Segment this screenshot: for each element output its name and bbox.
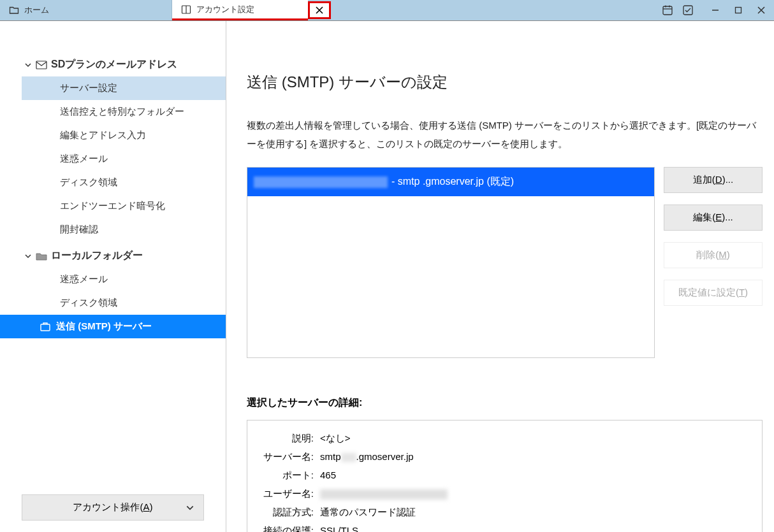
detail-auth-label: 認証方式:	[259, 507, 314, 519]
tab-close-button[interactable]	[308, 1, 331, 19]
content-pane: 送信 (SMTP) サーバーの設定 複数の差出人情報を管理している場合、使用する…	[226, 21, 774, 532]
tree-item-e2e[interactable]: エンドツーエンド暗号化	[22, 194, 226, 218]
chevron-down-icon	[24, 252, 32, 260]
server-details-box: 説明: <なし> サーバー名: smtp.gmoserver.jp ポート: 4…	[247, 420, 763, 532]
outgoing-icon	[40, 321, 51, 333]
detail-desc-label: 説明:	[259, 433, 314, 445]
detail-server-label: サーバー名:	[259, 451, 314, 463]
server-item-text: - smtp .gmoserver.jp (既定)	[391, 175, 514, 189]
edit-button[interactable]: 編集(E)...	[664, 205, 763, 231]
redacted-text	[254, 176, 388, 188]
description-text: 複数の差出人情報を管理している場合、使用する送信 (SMTP) サーバーをこのリ…	[247, 117, 763, 153]
add-button[interactable]: 追加(D)...	[664, 167, 763, 193]
svg-rect-2	[663, 6, 672, 15]
account-section-header[interactable]: SDプランのメールアドレス	[22, 53, 226, 76]
tree-item-local-junk[interactable]: 迷惑メール	[22, 268, 226, 291]
svg-rect-10	[41, 324, 50, 331]
chevron-down-icon	[24, 61, 32, 69]
chevron-down-icon	[186, 503, 194, 512]
local-folders-header[interactable]: ローカルフォルダー	[22, 244, 226, 268]
detail-sec-label: 接続の保護:	[259, 525, 314, 532]
remove-button: 削除(M)	[664, 242, 763, 268]
minimize-button[interactable]	[712, 6, 719, 14]
book-icon	[181, 4, 191, 15]
detail-port-value: 465	[320, 470, 336, 482]
set-default-button: 既定値に設定(T)	[664, 280, 763, 306]
page-title: 送信 (SMTP) サーバーの設定	[247, 72, 763, 92]
details-heading: 選択したサーバーの詳細:	[247, 396, 763, 410]
tree-item-local-disk[interactable]: ディスク領域	[22, 291, 226, 315]
svg-rect-8	[736, 8, 741, 13]
tab-settings-label: アカウント設定	[196, 4, 254, 15]
tab-home[interactable]: ホーム	[0, 0, 172, 20]
tree-item-copies-folders[interactable]: 送信控えと特別なフォルダー	[22, 100, 226, 124]
close-window-button[interactable]	[757, 6, 765, 14]
local-folders-label: ローカルフォルダー	[51, 249, 143, 262]
tree-item-receipts[interactable]: 開封確認	[22, 218, 226, 241]
titlebar-tool-icons	[662, 0, 699, 20]
smtp-label: 送信 (SMTP) サーバー	[56, 320, 152, 333]
account-operations-button[interactable]: アカウント操作(A)	[22, 494, 204, 521]
account-ops-label: アカウント操作(A)	[73, 501, 152, 514]
mail-icon	[36, 61, 47, 69]
detail-port-label: ポート:	[259, 470, 314, 482]
folder-icon	[36, 252, 47, 261]
window-controls	[699, 0, 774, 20]
svg-rect-6	[683, 6, 692, 15]
svg-rect-9	[36, 61, 47, 69]
smtp-server-list[interactable]: - smtp .gmoserver.jp (既定)	[247, 167, 655, 358]
account-label: SDプランのメールアドレス	[51, 58, 177, 71]
detail-user-label: ユーザー名:	[259, 488, 314, 500]
folder-icon	[9, 5, 19, 15]
tree-item-disk[interactable]: ディスク領域	[22, 171, 226, 194]
detail-sec-value: SSL/TLS	[320, 525, 358, 532]
tab-home-label: ホーム	[24, 4, 49, 16]
tasks-icon[interactable]	[682, 4, 694, 16]
maximize-button[interactable]	[734, 6, 742, 14]
tree-item-composition[interactable]: 編集とアドレス入力	[22, 124, 226, 147]
tab-account-settings[interactable]: アカウント設定	[172, 0, 308, 20]
sidebar: SDプランのメールアドレス サーバー設定 送信控えと特別なフォルダー 編集とアド…	[0, 21, 226, 532]
detail-server-value: smtp.gmoserver.jp	[320, 451, 414, 463]
smtp-server-item[interactable]: - smtp .gmoserver.jp (既定)	[247, 168, 654, 196]
titlebar: ホーム アカウント設定	[0, 0, 774, 21]
detail-auth-value: 通常のパスワード認証	[320, 507, 416, 519]
detail-user-value	[320, 488, 448, 500]
tree-item-smtp[interactable]: 送信 (SMTP) サーバー	[0, 315, 226, 338]
calendar-icon[interactable]	[662, 4, 673, 16]
close-icon	[315, 6, 324, 15]
tree-item-server-settings[interactable]: サーバー設定	[22, 76, 226, 100]
tree-item-junk[interactable]: 迷惑メール	[22, 147, 226, 171]
detail-desc-value: <なし>	[320, 433, 351, 445]
